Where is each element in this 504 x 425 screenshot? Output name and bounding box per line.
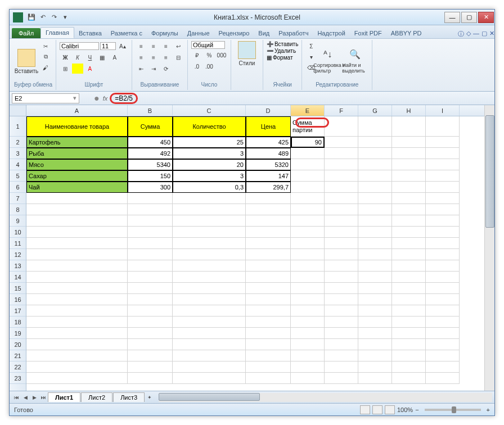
tab-insert[interactable]: Вставка [74, 28, 106, 38]
find-select-button[interactable]: 🔍 Найти и выделить [344, 41, 368, 82]
row-header-14[interactable]: 14 [10, 272, 26, 283]
cell-H3[interactable] [392, 148, 426, 159]
cell-B4[interactable]: 5340 [128, 159, 173, 170]
row-header-11[interactable]: 11 [10, 238, 26, 249]
cell-E16[interactable] [291, 294, 325, 305]
row-header-8[interactable]: 8 [10, 204, 26, 215]
zoom-out-icon[interactable]: − [415, 406, 418, 413]
sheet-tab-2[interactable]: Лист2 [81, 392, 112, 402]
cell-G16[interactable] [358, 294, 392, 305]
cell-A16[interactable] [26, 294, 128, 305]
cell-A23[interactable] [26, 373, 128, 384]
align-right-icon[interactable]: ≡ [160, 52, 172, 62]
cell-C17[interactable] [173, 305, 246, 317]
cell-C3[interactable]: 3 [173, 148, 246, 159]
cell-C22[interactable] [173, 361, 246, 373]
col-header-D[interactable]: D [246, 105, 291, 116]
cell-B19[interactable] [128, 328, 173, 339]
highlight-icon[interactable] [72, 64, 83, 74]
formula-input[interactable]: =B2/5 [115, 94, 133, 102]
cell-A1[interactable]: Наименование товара [26, 116, 128, 137]
align-mid-icon[interactable]: ≡ [148, 41, 159, 51]
cell-G23[interactable] [358, 373, 392, 384]
delete-cell-button[interactable]: ➖Удалить [267, 48, 298, 54]
cell-D17[interactable] [246, 305, 291, 317]
cell-G6[interactable] [358, 182, 392, 193]
row-header-6[interactable]: 6 [10, 182, 26, 193]
cell-G8[interactable] [358, 204, 392, 215]
cell-H10[interactable] [392, 227, 426, 238]
cell-A18[interactable] [26, 317, 128, 328]
cell-C10[interactable] [173, 227, 246, 238]
cell-I11[interactable] [426, 238, 460, 249]
indent-dec-icon[interactable]: ⇤ [136, 64, 147, 74]
cell-H2[interactable] [392, 137, 426, 148]
sheet-tab-3[interactable]: Лист3 [113, 392, 145, 402]
dec-decimal-icon[interactable]: .00 [204, 61, 215, 71]
cell-I14[interactable] [426, 272, 460, 283]
help-icon[interactable]: ⓘ [458, 30, 464, 38]
cell-I17[interactable] [426, 305, 460, 317]
cell-B2[interactable]: 450 [128, 137, 173, 148]
cell-I4[interactable] [426, 159, 460, 170]
view-layout-icon[interactable] [372, 405, 382, 414]
cell-G18[interactable] [358, 317, 392, 328]
sheet-nav-prev-icon[interactable]: ◀ [21, 393, 30, 402]
merge-icon[interactable]: ⊟ [173, 52, 184, 62]
cell-D7[interactable] [246, 193, 291, 204]
cell-D10[interactable] [246, 227, 291, 238]
namebox-dropdown-icon[interactable]: ▾ [73, 94, 76, 102]
undo-icon[interactable]: ↶ [38, 12, 48, 22]
cell-H17[interactable] [392, 305, 426, 317]
cell-B10[interactable] [128, 227, 173, 238]
row-header-19[interactable]: 19 [10, 328, 26, 339]
cell-H1[interactable] [392, 116, 426, 137]
minimize-ribbon-icon[interactable]: ◇ [466, 30, 471, 38]
col-header-G[interactable]: G [358, 105, 392, 116]
cell-F1[interactable] [325, 116, 358, 137]
cell-B11[interactable] [128, 238, 173, 249]
cell-D20[interactable] [246, 339, 291, 350]
doc-min-icon[interactable]: — [473, 30, 479, 38]
cell-H21[interactable] [392, 350, 426, 361]
close-button[interactable]: ✕ [478, 12, 494, 23]
doc-max-icon[interactable]: ▢ [482, 30, 487, 38]
cell-I3[interactable] [426, 148, 460, 159]
cell-G22[interactable] [358, 361, 392, 373]
cell-F15[interactable] [325, 283, 358, 294]
row-header-21[interactable]: 21 [10, 350, 26, 361]
cell-H8[interactable] [392, 204, 426, 215]
cell-G14[interactable] [358, 272, 392, 283]
cell-G10[interactable] [358, 227, 392, 238]
bold-icon[interactable]: Ж [60, 52, 71, 62]
row-header-2[interactable]: 2 [10, 137, 26, 148]
cell-G19[interactable] [358, 328, 392, 339]
cell-C20[interactable] [173, 339, 246, 350]
row-header-17[interactable]: 17 [10, 305, 26, 317]
cell-H4[interactable] [392, 159, 426, 170]
cell-F16[interactable] [325, 294, 358, 305]
format-painter-icon[interactable]: 🖌 [40, 62, 51, 73]
cell-E21[interactable] [291, 350, 325, 361]
cell-E13[interactable] [291, 260, 325, 272]
cell-C12[interactable] [173, 249, 246, 260]
cell-E9[interactable] [291, 215, 325, 227]
cell-C1[interactable]: Количество [173, 116, 246, 137]
cell-C14[interactable] [173, 272, 246, 283]
tab-review[interactable]: Рецензиро [214, 28, 254, 38]
cell-F3[interactable] [325, 148, 358, 159]
cell-D1[interactable]: Цена [246, 116, 291, 137]
vertical-scrollbar[interactable] [484, 105, 494, 391]
cell-F10[interactable] [325, 227, 358, 238]
cell-H18[interactable] [392, 317, 426, 328]
cell-D14[interactable] [246, 272, 291, 283]
cell-D18[interactable] [246, 317, 291, 328]
cell-E17[interactable] [291, 305, 325, 317]
zoom-in-icon[interactable]: + [487, 406, 490, 413]
cell-I6[interactable] [426, 182, 460, 193]
cell-A17[interactable] [26, 305, 128, 317]
paste-button[interactable]: Вставить [14, 41, 39, 82]
wrap-icon[interactable]: ↩ [173, 41, 184, 51]
cell-D15[interactable] [246, 283, 291, 294]
cell-H6[interactable] [392, 182, 426, 193]
